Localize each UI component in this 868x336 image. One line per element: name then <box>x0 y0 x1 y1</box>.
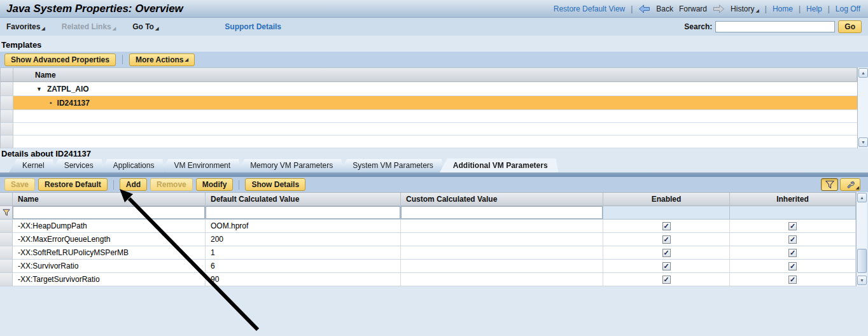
column-header-custom-value[interactable]: Custom Calculated Value <box>401 193 603 206</box>
history-menu[interactable]: History◢ <box>731 4 759 13</box>
scroll-down-button[interactable]: ▼ <box>858 137 868 147</box>
tab-memory-vm-parameters[interactable]: Memory VM Parameters <box>237 159 344 172</box>
add-button[interactable]: Add <box>120 178 147 191</box>
tree-node-zatpl-aio[interactable]: ▼ ZATPL_AIO <box>13 82 857 96</box>
row-selector[interactable] <box>0 246 13 260</box>
modify-button[interactable]: Modify <box>196 178 234 191</box>
enabled-checkbox[interactable]: ✓ <box>662 222 671 230</box>
template-row-parent[interactable]: ▼ ZATPL_AIO <box>1 82 857 96</box>
show-advanced-properties-button[interactable]: Show Advanced Properties <box>4 53 116 66</box>
parameter-row[interactable]: -XX:MaxErrorQueueLength 200 ✓ ✓ <box>0 233 856 246</box>
related-links-menu: Related Links◢ <box>62 22 116 31</box>
tab-services[interactable]: Services <box>51 159 104 172</box>
row-selector[interactable] <box>1 123 13 136</box>
filter-input-default-value[interactable] <box>206 206 400 219</box>
param-custom-value <box>401 273 603 286</box>
column-header-name[interactable]: Name <box>13 193 206 206</box>
go-to-menu[interactable]: Go To◢ <box>132 22 158 31</box>
enabled-checkbox[interactable]: ✓ <box>662 249 671 257</box>
log-off-link[interactable]: Log Off <box>836 4 860 13</box>
collapse-triangle-icon[interactable]: ▼ <box>36 86 42 92</box>
inherited-cell: ✓ <box>730 260 856 273</box>
tab-kernel[interactable]: Kernel <box>9 159 55 172</box>
details-heading: Details about ID241137 <box>1 149 91 158</box>
title-bar: Java System Properties: Overview Restore… <box>0 0 868 18</box>
bullet-icon: ▪ <box>50 99 52 106</box>
back-link[interactable]: Back <box>656 4 673 13</box>
parameter-row[interactable]: -XX:HeapDumpPath OOM.hprof ✓ ✓ <box>0 220 856 233</box>
param-name: -XX:SurvivorRatio <box>13 260 206 273</box>
enabled-checkbox[interactable]: ✓ <box>662 262 671 270</box>
parameter-row[interactable]: -XX:SurvivorRatio 6 ✓ ✓ <box>0 260 856 273</box>
restore-default-button[interactable]: Restore Default <box>38 178 108 191</box>
favorites-menu[interactable]: Favorites◢ <box>6 22 45 31</box>
tab-additional-vm-parameters[interactable]: Additional VM Parameters <box>440 158 559 172</box>
separator: | <box>631 4 633 13</box>
more-actions-button[interactable]: More Actions◢ <box>129 53 195 66</box>
param-name: -XX:TargetSurvivorRatio <box>13 273 206 286</box>
scroll-up-button[interactable]: ▲ <box>857 193 867 202</box>
inherited-checkbox[interactable]: ✓ <box>788 222 797 230</box>
enabled-cell: ✓ <box>603 246 730 260</box>
template-row-child[interactable]: ▪ ID241137 <box>1 96 857 110</box>
inherited-checkbox[interactable]: ✓ <box>788 235 797 244</box>
separator: | <box>828 4 830 13</box>
search-input[interactable] <box>715 21 835 32</box>
inherited-checkbox[interactable]: ✓ <box>788 249 797 257</box>
enabled-checkbox[interactable]: ✓ <box>662 235 671 244</box>
forward-arrow-icon[interactable] <box>713 4 725 13</box>
empty-row <box>1 123 857 136</box>
filter-cell-default-value <box>206 206 401 219</box>
tree-node-id241137-selected[interactable]: ▪ ID241137 <box>13 96 857 110</box>
column-header-default-value[interactable]: Default Calculated Value <box>206 193 401 206</box>
tab-vm-environment[interactable]: VM Environment <box>160 159 241 172</box>
scroll-down-button[interactable]: ▼ <box>857 276 867 285</box>
row-selector[interactable] <box>1 96 13 110</box>
help-link[interactable]: Help <box>806 4 822 13</box>
scroll-thumb[interactable] <box>857 249 867 273</box>
scroll-up-button[interactable]: ▲ <box>858 68 868 78</box>
filter-input-custom-value[interactable] <box>401 206 603 219</box>
tab-applications[interactable]: Applications <box>100 159 165 172</box>
save-button: Save <box>4 178 35 191</box>
select-all-header-cell[interactable] <box>0 193 13 206</box>
history-label: History <box>731 4 754 13</box>
forward-link[interactable]: Forward <box>679 4 707 13</box>
enabled-checkbox[interactable]: ✓ <box>662 276 671 284</box>
support-details-link[interactable]: Support Details <box>225 22 281 31</box>
filter-input-name[interactable] <box>13 206 205 219</box>
tab-system-vm-parameters[interactable]: System VM Parameters <box>339 159 444 172</box>
parameter-row[interactable]: -XX:SoftRefLRUPolicyMSPerMB 1 ✓ ✓ <box>0 246 856 260</box>
tree-node-label: ID241137 <box>57 99 90 108</box>
templates-table: Name ▼ ZATPL_AIO ▪ ID241137 <box>0 67 857 148</box>
parameter-row[interactable]: -XX:TargetSurvivorRatio 90 ✓ ✓ <box>0 273 856 286</box>
show-details-button[interactable]: Show Details <box>245 178 305 191</box>
row-selector[interactable] <box>0 260 13 273</box>
restore-default-view-link[interactable]: Restore Default View <box>554 4 626 13</box>
home-link[interactable]: Home <box>773 4 793 13</box>
templates-vertical-scrollbar[interactable]: ▲ ▼ <box>857 67 868 148</box>
row-selector[interactable] <box>1 136 13 148</box>
table-settings-button[interactable]: ◢ <box>840 178 860 191</box>
details-vertical-scrollbar[interactable]: ▲ ▼ <box>856 192 867 286</box>
column-header-enabled[interactable]: Enabled <box>603 193 730 206</box>
empty-row <box>1 110 857 123</box>
tree-node-label: ZATPL_AIO <box>47 85 89 94</box>
select-all-header-cell[interactable] <box>1 68 13 82</box>
app-window: Java System Properties: Overview Restore… <box>0 0 868 336</box>
filter-toggle-button[interactable] <box>821 178 838 191</box>
search-go-button[interactable]: Go <box>838 20 862 33</box>
inherited-checkbox[interactable]: ✓ <box>788 262 797 270</box>
row-selector[interactable] <box>1 82 13 96</box>
favorites-label: Favorites <box>6 22 40 31</box>
inherited-cell: ✓ <box>730 246 856 260</box>
column-header-inherited[interactable]: Inherited <box>730 193 856 206</box>
param-default-value: OOM.hprof <box>206 220 401 233</box>
back-arrow-icon[interactable] <box>638 4 650 13</box>
inherited-checkbox[interactable]: ✓ <box>788 276 797 284</box>
row-selector[interactable] <box>0 273 13 286</box>
param-default-value: 90 <box>206 273 401 286</box>
row-selector[interactable] <box>0 220 13 233</box>
row-selector[interactable] <box>0 233 13 246</box>
row-selector[interactable] <box>1 110 13 123</box>
